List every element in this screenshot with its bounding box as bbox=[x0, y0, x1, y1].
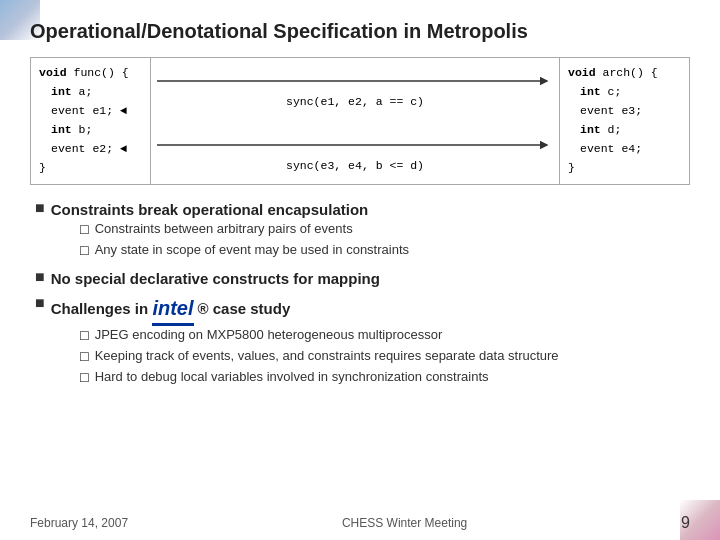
rcode-line-5: event e4; bbox=[568, 140, 681, 159]
left-code-box: void func() { int a; event e1; ◄ int b; … bbox=[31, 58, 151, 184]
code-line-2: int a; bbox=[39, 83, 142, 102]
sub-bullet-item-1-1: ☐ Constraints between arbitrary pairs of… bbox=[79, 220, 409, 239]
bullet-item-2: ■ No special declarative constructs for … bbox=[35, 268, 690, 289]
rcode-line-4: int d; bbox=[568, 121, 681, 140]
sync-label-1: sync(e1, e2, a == c) bbox=[155, 70, 555, 108]
code-line-5: event e2; ◄ bbox=[39, 140, 142, 159]
sub-bullet-list-1: ☐ Constraints between arbitrary pairs of… bbox=[79, 220, 409, 260]
code-line-4: int b; bbox=[39, 121, 142, 140]
footer-center: CHESS Winter Meeting bbox=[128, 516, 681, 530]
code-diagram: void func() { int a; event e1; ◄ int b; … bbox=[30, 57, 690, 185]
bullet-text-1: Constraints break operational encapsulat… bbox=[51, 201, 369, 218]
footer-page: 9 bbox=[681, 514, 690, 532]
code-line-3: event e1; ◄ bbox=[39, 102, 142, 121]
intel-logo: intel bbox=[152, 294, 193, 326]
bullet-icon-2: ■ bbox=[35, 268, 45, 286]
footer: February 14, 2007 CHESS Winter Meeting 9 bbox=[30, 514, 690, 532]
bullet-text-2: No special declarative constructs for ma… bbox=[51, 268, 380, 289]
middle-arrows: sync(e1, e2, a == c) sync(e3, e4, b <= d… bbox=[151, 58, 559, 184]
main-content: Operational/Denotational Specification i… bbox=[0, 0, 720, 540]
code-line-1: void func() { bbox=[39, 64, 142, 83]
arrow-svg-1 bbox=[155, 70, 555, 92]
bullet-item-3: ■ Challenges in intel® case study ☐ JPEG… bbox=[35, 294, 690, 390]
sub-bullet-item-1-2: ☐ Any state in scope of event may be use… bbox=[79, 241, 409, 260]
rcode-line-3: event e3; bbox=[568, 102, 681, 121]
sub-bullet-text-3-3: Hard to debug local variables involved i… bbox=[95, 368, 489, 386]
arrow-svg-2 bbox=[155, 134, 555, 156]
bullet-content-1: Constraints break operational encapsulat… bbox=[51, 199, 409, 264]
rcode-line-1: void arch() { bbox=[568, 64, 681, 83]
bullet-item-1: ■ Constraints break operational encapsul… bbox=[35, 199, 690, 264]
sub-bullet-item-3-3: ☐ Hard to debug local variables involved… bbox=[79, 368, 559, 387]
sub-bullet-text-3-2: Keeping track of events, values, and con… bbox=[95, 347, 559, 365]
bullet-icon-3: ■ bbox=[35, 294, 45, 312]
code-line-6: } bbox=[39, 159, 142, 178]
page-title: Operational/Denotational Specification i… bbox=[30, 20, 690, 43]
sub-bullet-text-1-2: Any state in scope of event may be used … bbox=[95, 241, 409, 259]
sub-bullet-icon-3-1: ☐ bbox=[79, 328, 90, 345]
right-code-box: void arch() { int c; event e3; int d; ev… bbox=[559, 58, 689, 184]
sub-bullet-icon-1-2: ☐ bbox=[79, 243, 90, 260]
bullet-text-3: Challenges in intel® case study bbox=[51, 300, 291, 317]
sub-bullet-icon-1-1: ☐ bbox=[79, 222, 90, 239]
sub-bullet-item-3-1: ☐ JPEG encoding on MXP5800 heterogeneous… bbox=[79, 326, 559, 345]
sync-label-2: sync(e3, e4, b <= d) bbox=[155, 134, 555, 172]
bullet-icon-1: ■ bbox=[35, 199, 45, 217]
footer-date: February 14, 2007 bbox=[30, 516, 128, 530]
sub-bullet-item-3-2: ☐ Keeping track of events, values, and c… bbox=[79, 347, 559, 366]
rcode-line-6: } bbox=[568, 159, 681, 178]
rcode-line-2: int c; bbox=[568, 83, 681, 102]
bullet-content-3: Challenges in intel® case study ☐ JPEG e… bbox=[51, 294, 559, 390]
bullet-section: ■ Constraints break operational encapsul… bbox=[30, 199, 690, 391]
sub-bullet-list-3: ☐ JPEG encoding on MXP5800 heterogeneous… bbox=[79, 326, 559, 386]
sub-bullet-text-1-1: Constraints between arbitrary pairs of e… bbox=[95, 220, 353, 238]
sub-bullet-icon-3-2: ☐ bbox=[79, 349, 90, 366]
sub-bullet-text-3-1: JPEG encoding on MXP5800 heterogeneous m… bbox=[95, 326, 443, 344]
sub-bullet-icon-3-3: ☐ bbox=[79, 370, 90, 387]
